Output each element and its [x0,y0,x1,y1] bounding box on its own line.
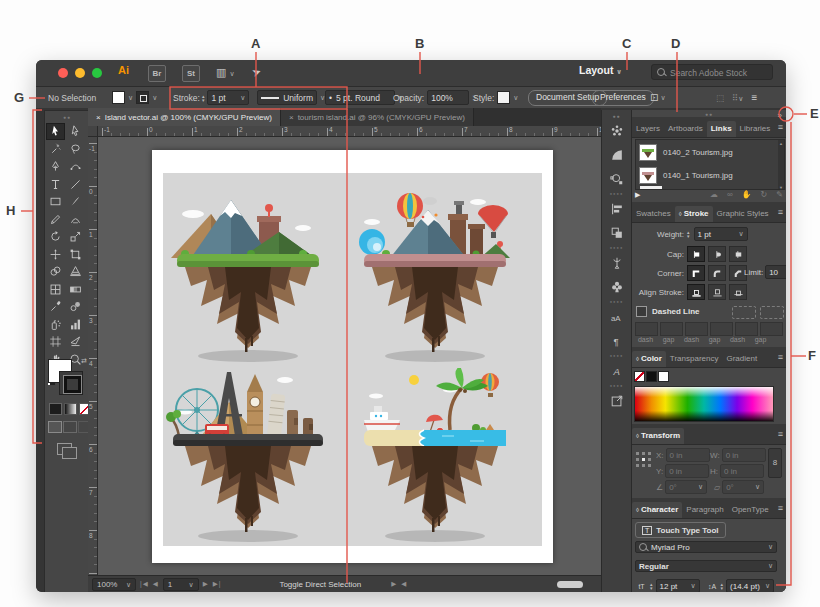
link-item[interactable]: 0140_2 Tourism.jpg [639,142,779,163]
leading-field[interactable]: (14.4 pt)∨ [726,579,774,592]
paragraph-styles-panel-icon[interactable]: ¶ [602,329,631,353]
document-tab-active[interactable]: × Island vector.ai @ 100% (CMYK/GPU Prev… [88,108,281,126]
tool-slice[interactable] [66,333,85,350]
opacity-field[interactable]: 100% [427,90,469,105]
character-styles-panel-icon[interactable]: A [602,359,631,383]
tool-blend[interactable] [66,298,85,315]
transform-h-field[interactable]: 0 in [720,464,764,478]
edit-original-icon[interactable]: ✎ [776,190,783,199]
none-color-chip[interactable] [634,371,645,382]
gap-field[interactable] [710,322,733,336]
panel-menu-icon[interactable]: ≡ [778,207,783,217]
style-swatch[interactable] [497,91,510,104]
workspace-switcher[interactable]: Layout ∨ [579,64,622,76]
horizontal-ruler[interactable]: -1012345678910 [98,126,601,137]
font-style-field[interactable]: Regular∨ [635,560,777,572]
tab-gradient[interactable]: Gradient [722,351,761,367]
weight-field[interactable]: 1 pt∨ [694,227,748,241]
zoom-window-button[interactable] [92,68,102,78]
tab-opentype[interactable]: OpenType [728,502,773,518]
share-icon[interactable]: ➤ [250,64,264,81]
tool-lasso[interactable] [66,141,85,158]
align-inside-button[interactable] [708,284,726,300]
tool-pencil[interactable] [46,211,65,228]
color-mode-button[interactable] [49,403,62,415]
tool-magic-wand[interactable] [46,141,65,158]
width-profile-dropdown[interactable]: Uniform [257,90,317,105]
pathfinder-panel-icon[interactable] [602,221,631,245]
close-window-button[interactable] [58,68,68,78]
tool-pen[interactable] [46,158,65,175]
tab-color[interactable]: ◊Color [632,351,666,367]
corner-miter-button[interactable] [687,265,705,281]
color-guide-panel-icon[interactable] [602,119,631,143]
cap-butt-button[interactable] [687,246,705,262]
pathfinder-nodes-panel-icon[interactable] [602,167,631,191]
arrange-documents-icon[interactable]: ▥ ∨ [216,65,235,81]
draw-normal-button[interactable] [48,421,62,433]
cap-projecting-button[interactable] [729,246,747,262]
link-item[interactable]: 0140_1 Tourism.jpg [639,165,779,186]
font-size-stepper[interactable]: ▴▾ [650,582,653,590]
tab-layers[interactable]: Layers [632,121,664,137]
stroke-weight-field[interactable]: 1 pt∨ [207,90,249,105]
strip-drag-handle[interactable]: ●● [602,110,631,119]
miter-limit-field[interactable]: 10 [765,265,786,279]
hint-prev-icon[interactable]: ◀ [401,580,407,588]
bridge-button[interactable]: Br [148,65,166,82]
close-tab-icon[interactable]: × [289,113,294,122]
rotate-field[interactable]: 0°∨ [665,480,707,494]
screen-mode-button[interactable] [57,443,72,455]
glyphs-panel-icon[interactable]: aA [602,305,631,329]
tool-type[interactable] [46,176,65,193]
reference-point-icon[interactable] [636,452,651,467]
control-menu-icon[interactable]: ≡ [751,92,757,103]
tool-line-segment[interactable] [66,176,85,193]
touch-type-tool-button[interactable]: T Touch Type Tool [635,522,726,538]
white-chip[interactable] [658,371,669,382]
document-tab-inactive[interactable]: × tourism island.ai @ 96% (CMYK/GPU Prev… [281,108,474,126]
panel-menu-icon[interactable]: ≡ [778,503,783,513]
tab-graphic-styles[interactable]: Graphic Styles [713,206,773,222]
tool-free-transform[interactable] [66,246,85,263]
tool-eyedropper[interactable] [46,298,65,315]
update-link-icon[interactable]: ↻ [761,190,768,199]
stock-button[interactable]: St [182,65,200,82]
draw-behind-button[interactable] [63,421,77,433]
tool-artboard[interactable] [46,333,65,350]
tool-direct-selection[interactable] [66,123,85,140]
panel-menu-icon[interactable]: ≡ [778,122,783,132]
tool-shape-builder[interactable] [46,263,65,280]
close-tab-icon[interactable]: × [96,113,101,122]
cap-round-button[interactable] [708,246,726,262]
panel-menu-icon[interactable]: ≡ [778,429,783,439]
symbols-panel-icon[interactable] [602,251,631,275]
tool-width[interactable] [46,246,65,263]
first-artboard-button[interactable]: |◀ [140,580,149,588]
align-center-button[interactable] [687,284,705,300]
swap-fill-stroke-icon[interactable]: ⇄ [81,357,87,365]
isolate-mode-icon[interactable]: ⊡ [650,92,658,103]
gap-field[interactable] [760,322,783,336]
transform-x-field[interactable]: 0 in [666,448,710,462]
tool-curvature[interactable] [66,158,85,175]
minimize-window-button[interactable] [75,68,85,78]
dash-field[interactable] [635,322,658,336]
black-ch ip[interactable] [646,371,657,382]
corner-round-button[interactable] [708,265,726,281]
stroke-swatch[interactable] [136,91,149,104]
next-artboard-button[interactable]: ▶ [203,580,209,588]
panel-menu-icon[interactable]: ≡ [778,352,783,362]
color-spectrum[interactable] [634,386,774,422]
transform-panel-icon[interactable]: ⠿∨ [732,93,743,103]
tool-shaper[interactable] [66,211,85,228]
vertical-ruler[interactable]: -10123456789 [88,137,98,575]
tool-mesh[interactable] [46,281,65,298]
previous-artboard-button[interactable]: ◀ [153,580,159,588]
gap-field[interactable] [660,322,683,336]
link-info-flyout-icon[interactable]: ▶ [635,191,640,199]
align-panel-icon[interactable]: ⬚ [716,93,724,103]
font-size-field[interactable]: 12 pt∨ [656,579,700,592]
dash-preserve-button[interactable] [732,306,756,319]
artboard-navigation-field[interactable]: 1∨ [163,578,199,591]
